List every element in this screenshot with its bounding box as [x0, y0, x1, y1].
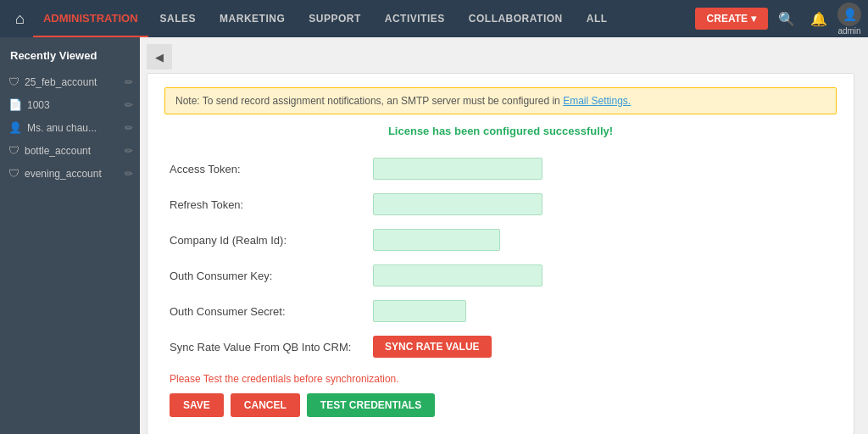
- input-consumer-secret[interactable]: [373, 300, 466, 322]
- brand-label[interactable]: ADMINISTRATION: [33, 0, 148, 37]
- label-consumer-key: Outh Consumer Key:: [164, 258, 368, 293]
- sidebar-item-0[interactable]: 🛡 25_feb_account ✏: [0, 70, 140, 93]
- input-refresh-token[interactable]: [373, 193, 542, 215]
- sidebar-item-label-1: 1003: [27, 99, 50, 111]
- input-access-token[interactable]: [373, 158, 542, 180]
- note-bar: Note: To send record assignment notifica…: [164, 87, 837, 114]
- edit-icon-0[interactable]: ✏: [125, 76, 133, 88]
- form-row-sync-rate: Sync Rate Value From QB Into CRM: SYNC R…: [164, 329, 837, 364]
- main-layout: Recently Viewed 🛡 25_feb_account ✏ 📄 100…: [0, 37, 868, 434]
- account-icon-0: 🛡: [8, 75, 19, 88]
- sidebar-item-label-2: Ms. anu chau...: [27, 122, 97, 134]
- nav-support[interactable]: SUPPORT: [297, 0, 373, 37]
- nav-activities[interactable]: ACTIVITIES: [373, 0, 457, 37]
- create-button[interactable]: CREATE: [695, 8, 768, 30]
- topnav-right: CREATE 🔍 🔔 👤 admin: [695, 3, 861, 36]
- config-form: Access Token: Refresh Token: Company Id …: [164, 151, 837, 364]
- avatar-icon: 👤: [837, 3, 861, 26]
- test-credentials-note: Please Test the credentials before synch…: [170, 373, 832, 385]
- sidebar-item-1[interactable]: 📄 1003 ✏: [0, 93, 140, 116]
- form-row-company-id: Company Id (Realm Id):: [164, 222, 837, 258]
- collapse-sidebar-button[interactable]: ◀: [147, 44, 172, 70]
- test-credentials-button[interactable]: TEST CREDENTIALS: [307, 393, 435, 417]
- account-icon-1: 📄: [8, 98, 22, 111]
- label-refresh-token: Refresh Token:: [164, 186, 368, 222]
- note-text: Note: To send record assignment notifica…: [175, 95, 563, 107]
- nav-marketing[interactable]: MARKETING: [208, 0, 297, 37]
- label-access-token: Access Token:: [164, 151, 368, 186]
- input-consumer-key[interactable]: [373, 264, 542, 287]
- sidebar-item-3[interactable]: 🛡 bottle_account ✏: [0, 139, 140, 162]
- sidebar-item-4[interactable]: 🛡 evening_account ✏: [0, 162, 140, 185]
- nav-collaboration[interactable]: COLLABORATION: [457, 0, 575, 37]
- account-icon-2: 👤: [8, 121, 22, 134]
- label-company-id: Company Id (Realm Id):: [164, 222, 368, 258]
- input-company-id[interactable]: [373, 229, 500, 251]
- account-icon-3: 🛡: [8, 144, 19, 157]
- content-area: Note: To send record assignment notifica…: [147, 73, 854, 434]
- form-row-consumer-key: Outh Consumer Key:: [164, 258, 837, 293]
- email-settings-link[interactable]: Email Settings.: [563, 95, 631, 107]
- admin-avatar[interactable]: 👤 admin: [837, 3, 861, 36]
- action-buttons: SAVE CANCEL TEST CREDENTIALS: [170, 393, 837, 417]
- label-sync-rate: Sync Rate Value From QB Into CRM:: [164, 329, 368, 364]
- main-content: ◀ Note: To send record assignment notifi…: [140, 37, 868, 434]
- success-message: License has been configured successfully…: [164, 125, 837, 137]
- label-consumer-secret: Outh Consumer Secret:: [164, 293, 368, 329]
- save-button[interactable]: SAVE: [170, 393, 224, 417]
- nav-sales[interactable]: SALES: [148, 0, 209, 37]
- sidebar-item-label-0: 25_feb_account: [25, 76, 97, 88]
- notifications-icon[interactable]: 🔔: [805, 5, 832, 32]
- cancel-button[interactable]: CANCEL: [231, 393, 300, 417]
- admin-label: admin: [837, 26, 860, 36]
- search-icon[interactable]: 🔍: [773, 5, 800, 32]
- form-row-access-token: Access Token:: [164, 151, 837, 186]
- account-icon-4: 🛡: [8, 167, 19, 180]
- sync-rate-button[interactable]: SYNC RATE VALUE: [373, 336, 492, 358]
- edit-icon-2[interactable]: ✏: [125, 122, 133, 134]
- edit-icon-3[interactable]: ✏: [125, 145, 133, 157]
- edit-icon-4[interactable]: ✏: [125, 168, 133, 180]
- edit-icon-1[interactable]: ✏: [125, 99, 133, 111]
- nav-all[interactable]: ALL: [575, 0, 620, 37]
- sidebar-item-label-4: evening_account: [25, 168, 102, 180]
- home-icon[interactable]: ⌂: [7, 10, 33, 28]
- top-navigation: ⌂ ADMINISTRATION SALES MARKETING SUPPORT…: [0, 0, 868, 37]
- sidebar-item-label-3: bottle_account: [25, 145, 91, 157]
- sidebar-item-2[interactable]: 👤 Ms. anu chau... ✏: [0, 116, 140, 139]
- form-row-consumer-secret: Outh Consumer Secret:: [164, 293, 837, 329]
- recently-viewed-title: Recently Viewed: [0, 37, 140, 70]
- form-row-refresh-token: Refresh Token:: [164, 186, 837, 222]
- sidebar: Recently Viewed 🛡 25_feb_account ✏ 📄 100…: [0, 37, 140, 434]
- nav-items: SALES MARKETING SUPPORT ACTIVITIES COLLA…: [148, 0, 620, 37]
